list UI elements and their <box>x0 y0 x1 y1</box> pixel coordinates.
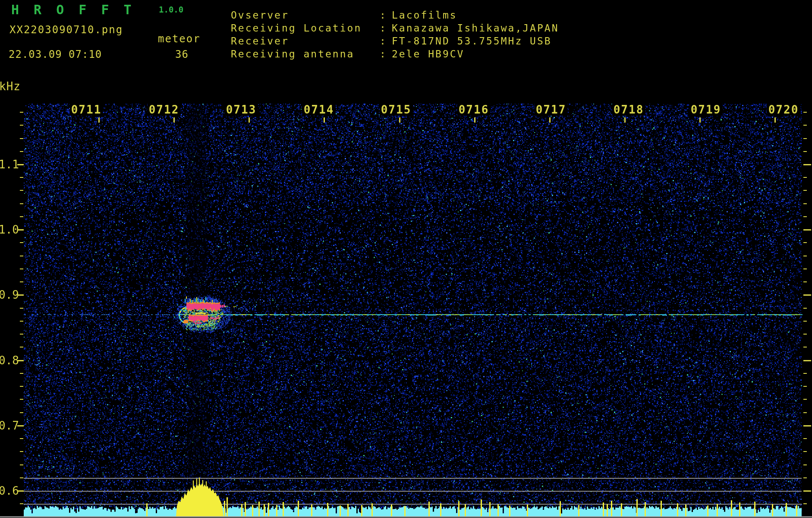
y-axis-label-0-7: 0.7 <box>0 420 17 432</box>
info-label: Receiver <box>231 35 380 47</box>
y-axis-label-1-0: 1.0 <box>0 224 17 236</box>
info-row-antenna: Receiving antenna : 2ele HB9CV <box>231 47 559 60</box>
x-axis-label-0718: 0718 <box>612 104 645 116</box>
x-axis-label-0712: 0712 <box>148 104 181 116</box>
output-filename: XX2203090710.png <box>9 25 123 35</box>
info-row-location: Receiving Location : Kanazawa Ishikawa,J… <box>231 22 559 35</box>
info-row-observer: Ovserver : Lacofilms <box>231 9 559 22</box>
info-colon: : <box>380 48 389 60</box>
y-axis-label-0-8: 0.8 <box>0 354 17 366</box>
x-axis-label-0714: 0714 <box>302 104 336 116</box>
info-row-receiver: Receiver : FT-817ND 53.755MHz USB <box>231 35 559 47</box>
info-colon: : <box>380 35 389 47</box>
station-info: Ovserver : Lacofilms Receiving Location … <box>231 9 559 60</box>
x-axis-label-0719: 0719 <box>689 104 723 116</box>
echo-count: 36 <box>175 49 189 60</box>
x-axis-label-0720: 0720 <box>767 104 800 116</box>
hrofft-screen: H R O F F T 1.0.0 XX2203090710.png meteo… <box>0 0 812 518</box>
x-axis-label-0711: 0711 <box>70 104 103 116</box>
datetime-label: 22.03.09 07:10 <box>9 49 102 60</box>
y-axis-label-0-6: 0.6 <box>0 485 17 497</box>
y-axis-label-0-9: 0.9 <box>0 289 17 301</box>
x-axis-label-0717: 0717 <box>535 104 568 116</box>
info-label: Receiving antenna <box>231 48 380 60</box>
x-axis-label-0715: 0715 <box>380 104 413 116</box>
info-colon: : <box>380 9 389 21</box>
info-value: Lacofilms <box>392 9 457 21</box>
y-axis-unit: kHz <box>0 81 21 92</box>
x-axis-label-0713: 0713 <box>225 104 258 116</box>
info-value: Kanazawa Ishikawa,JAPAN <box>392 22 559 34</box>
info-label: Ovserver <box>231 9 380 21</box>
info-value: FT-817ND 53.755MHz USB <box>392 35 552 47</box>
mode-label: meteor <box>158 34 201 44</box>
app-version: 1.0.0 <box>159 6 183 14</box>
spectrogram-canvas <box>0 0 812 518</box>
info-colon: : <box>380 22 389 34</box>
y-axis-label-1-1: 1.1 <box>0 158 17 171</box>
app-title: H R O F F T <box>11 3 135 16</box>
info-value: 2ele HB9CV <box>392 48 464 60</box>
x-axis-label-0716: 0716 <box>457 104 491 116</box>
info-label: Receiving Location <box>231 22 380 34</box>
